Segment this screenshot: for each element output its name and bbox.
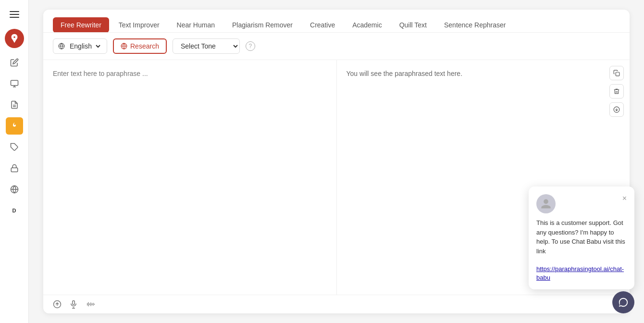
chat-fab-button[interactable]	[612, 291, 634, 313]
globe-small-icon	[58, 43, 65, 50]
sidebar-item-d[interactable]: D	[6, 202, 23, 219]
pencil-icon	[10, 58, 19, 67]
sidebar: D	[0, 0, 29, 323]
help-symbol: ?	[249, 43, 252, 50]
fire-icon	[10, 122, 19, 130]
chat-message: This is a customer support. Got any ques…	[536, 218, 627, 256]
chat-popup-header: ×	[536, 194, 627, 213]
input-editor[interactable]	[43, 60, 336, 295]
research-button[interactable]: Research	[113, 38, 167, 54]
chat-link[interactable]: https://paraphrasingtool.ai/chat-babu	[536, 265, 624, 281]
sidebar-item-fire[interactable]	[6, 117, 23, 135]
sidebar-item-globe[interactable]	[6, 181, 23, 198]
sidebar-item-tag[interactable]	[6, 138, 23, 156]
tab-sentence-rephraser[interactable]: Sentence Rephraser	[436, 17, 513, 33]
svg-rect-13	[616, 72, 619, 76]
bottom-bar	[43, 295, 630, 313]
language-selector[interactable]: English Spanish French German	[53, 38, 107, 54]
tab-quill-text[interactable]: Quill Text	[392, 17, 434, 33]
audio-wave-button[interactable]	[86, 300, 96, 309]
tabs-bar: Free Rewriter Text Improver Near Human P…	[43, 10, 630, 33]
sidebar-item-monitor[interactable]	[6, 75, 23, 92]
tone-selector[interactable]: Select Tone Formal Informal Assertive Ch…	[173, 38, 240, 54]
sidebar-item-document[interactable]	[6, 96, 23, 113]
tag-icon	[10, 143, 19, 151]
audio-wave-icon	[86, 300, 96, 309]
logo-icon	[9, 33, 20, 44]
svg-rect-18	[73, 301, 75, 305]
svg-rect-6	[11, 168, 18, 172]
app-logo	[5, 29, 24, 48]
chat-close-button[interactable]: ×	[622, 194, 627, 203]
upload-icon	[53, 300, 62, 309]
avatar-icon	[540, 198, 552, 210]
microphone-button[interactable]	[69, 300, 78, 309]
output-actions	[609, 66, 624, 117]
language-dropdown[interactable]: English Spanish French German	[68, 42, 102, 50]
trash-icon	[613, 88, 620, 95]
microphone-icon	[69, 300, 78, 309]
tab-academic[interactable]: Academic	[345, 17, 389, 33]
globe-icon	[10, 185, 19, 194]
copy-icon	[613, 70, 620, 76]
tab-free-rewriter[interactable]: Free Rewriter	[53, 17, 109, 33]
research-label: Research	[130, 42, 159, 50]
lock-icon	[10, 164, 19, 173]
output-placeholder: You will see the paraphrased text here.	[347, 70, 463, 77]
svg-rect-0	[11, 80, 18, 86]
download-icon	[613, 106, 620, 113]
copy-button[interactable]	[609, 66, 624, 80]
chat-fab-icon	[618, 297, 629, 308]
tab-text-improver[interactable]: Text Improver	[111, 17, 167, 33]
tab-near-human[interactable]: Near Human	[169, 17, 223, 33]
delete-button[interactable]	[609, 84, 624, 99]
sidebar-item-pencil[interactable]	[6, 54, 23, 71]
sidebar-item-lock[interactable]	[6, 160, 23, 177]
tab-plagiarism-remover[interactable]: Plagiarism Remover	[224, 17, 300, 33]
toolbar: English Spanish French German Research S…	[43, 33, 630, 60]
research-icon	[121, 43, 127, 50]
d-label: D	[12, 208, 16, 213]
download-button[interactable]	[609, 102, 624, 117]
chat-avatar	[536, 194, 556, 213]
monitor-icon	[10, 79, 19, 88]
help-icon[interactable]: ?	[246, 41, 255, 51]
chat-popup: × This is a customer support. Got any qu…	[529, 186, 634, 289]
menu-button[interactable]	[6, 6, 23, 23]
upload-button[interactable]	[53, 300, 62, 309]
document-edit-icon	[10, 100, 19, 109]
tab-creative[interactable]: Creative	[302, 17, 343, 33]
